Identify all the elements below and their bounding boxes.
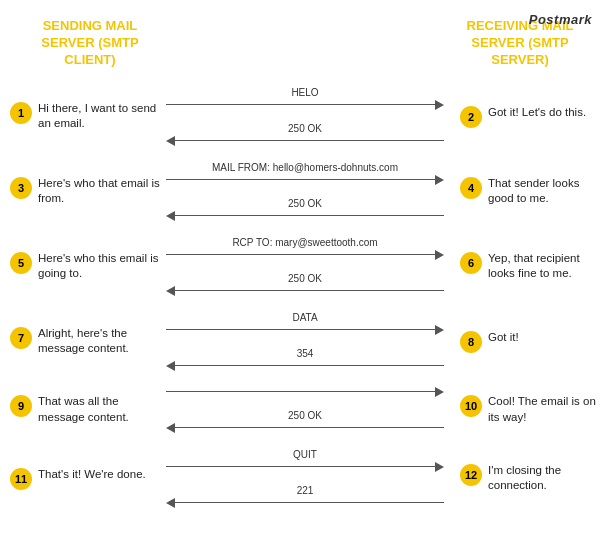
step-number-12: 12 — [460, 464, 482, 486]
step-number-1: 1 — [10, 102, 32, 124]
step-text-5: Here's who this email is going to. — [38, 251, 160, 282]
arrow-label-2: RCP TO: mary@sweettooth.com — [166, 237, 444, 260]
step-text-7: Alright, here's the message content. — [38, 326, 160, 357]
arrow-text-3: DATA — [166, 312, 444, 323]
arrow-text-5: QUIT — [166, 449, 444, 460]
mid-arrows-4: 250 OK — [160, 379, 450, 441]
step-text-1: Hi there, I want to send an email. — [38, 101, 160, 132]
step-text-9: That was all the message content. — [38, 394, 160, 425]
arrow-response-3: 354 — [166, 348, 444, 371]
mid-arrows-3: DATA 354 — [160, 304, 450, 379]
left-step-11: 11 That's it! We're done. — [10, 441, 160, 516]
arrow-response-0: 250 OK — [166, 123, 444, 146]
left-server-header: SENDING MAIL SERVER (SMTP CLIENT) — [20, 18, 160, 69]
arrow-response-4: 250 OK — [166, 410, 444, 433]
postmark-logo: Postmark — [529, 12, 592, 27]
response-text-2: 250 OK — [166, 273, 444, 284]
arrow-response-1: 250 OK — [166, 198, 444, 221]
left-step-3: 3 Here's who that email is from. — [10, 154, 160, 229]
step-number-3: 3 — [10, 177, 32, 199]
right-step-4: 4 That sender looks good to me. — [450, 154, 600, 229]
step-text-8: Got it! — [488, 330, 600, 346]
step-number-11: 11 — [10, 468, 32, 490]
right-step-6: 6 Yep, that recipient looks fine to me. — [450, 229, 600, 304]
response-text-1: 250 OK — [166, 198, 444, 209]
arrow-text-0: HELO — [166, 87, 444, 98]
right-step-2: 2 Got it! Let's do this. — [450, 79, 600, 154]
step-number-4: 4 — [460, 177, 482, 199]
step-text-12: I'm closing the connection. — [488, 463, 600, 494]
arrow-label-1: MAIL FROM: hello@homers-dohnuts.com — [166, 162, 444, 185]
step-number-7: 7 — [10, 327, 32, 349]
mid-arrows-1: MAIL FROM: hello@homers-dohnuts.com 250 … — [160, 154, 450, 229]
left-step-5: 5 Here's who this email is going to. — [10, 229, 160, 304]
response-text-0: 250 OK — [166, 123, 444, 134]
right-step-8: 8 Got it! — [450, 304, 600, 379]
step-text-6: Yep, that recipient looks fine to me. — [488, 251, 600, 282]
step-number-2: 2 — [460, 106, 482, 128]
arrow-response-2: 250 OK — [166, 273, 444, 296]
response-text-3: 354 — [166, 348, 444, 359]
mid-arrows-5: QUIT 221 — [160, 441, 450, 516]
arrow-forward-4 — [166, 387, 444, 397]
response-text-5: 221 — [166, 485, 444, 496]
step-text-2: Got it! Let's do this. — [488, 105, 600, 121]
step-number-10: 10 — [460, 395, 482, 417]
step-number-8: 8 — [460, 331, 482, 353]
step-text-10: Cool! The email is on its way! — [488, 394, 600, 425]
mid-arrows-2: RCP TO: mary@sweettooth.com 250 OK — [160, 229, 450, 304]
mid-arrows-0: HELO 250 OK — [160, 79, 450, 154]
left-step-9: 9 That was all the message content. — [10, 379, 160, 441]
arrow-label-5: QUIT — [166, 449, 444, 472]
step-number-6: 6 — [460, 252, 482, 274]
step-number-9: 9 — [10, 395, 32, 417]
arrow-response-5: 221 — [166, 485, 444, 508]
step-text-11: That's it! We're done. — [38, 467, 160, 483]
step-number-5: 5 — [10, 252, 32, 274]
left-step-7: 7 Alright, here's the message content. — [10, 304, 160, 379]
step-text-3: Here's who that email is from. — [38, 176, 160, 207]
arrow-label-3: DATA — [166, 312, 444, 335]
step-text-4: That sender looks good to me. — [488, 176, 600, 207]
response-text-4: 250 OK — [166, 410, 444, 421]
arrow-label-0: HELO — [166, 87, 444, 110]
right-step-10: 10 Cool! The email is on its way! — [450, 379, 600, 441]
arrow-text-1: MAIL FROM: hello@homers-dohnuts.com — [166, 162, 444, 173]
left-step-1: 1 Hi there, I want to send an email. — [10, 79, 160, 154]
arrow-text-2: RCP TO: mary@sweettooth.com — [166, 237, 444, 248]
right-step-12: 12 I'm closing the connection. — [450, 441, 600, 516]
